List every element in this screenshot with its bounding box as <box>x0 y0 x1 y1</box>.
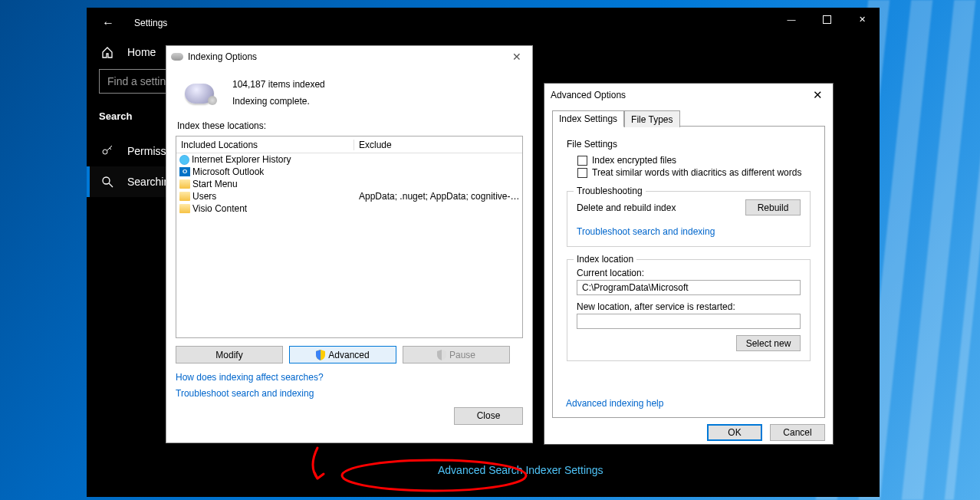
svg-line-3 <box>109 183 113 187</box>
modify-button[interactable]: Modify <box>176 346 283 363</box>
col-exclude[interactable]: Exclude <box>354 140 522 150</box>
location-name: Internet Explorer History <box>192 154 291 165</box>
folder-icon <box>179 179 190 189</box>
settings-titlebar: ← Settings — ✕ <box>87 8 880 38</box>
location-name: Visio Content <box>192 203 247 214</box>
indexing-titlebar[interactable]: Indexing Options ✕ <box>166 46 532 67</box>
advanced-options-dialog: Advanced Options ✕ Index Settings File T… <box>544 83 834 445</box>
delete-rebuild-label: Delete and rebuild index <box>577 202 676 213</box>
tab-file-types[interactable]: File Types <box>624 110 679 127</box>
troubleshoot-search-link[interactable]: Troubleshoot search and indexing <box>577 226 715 237</box>
folder-icon <box>179 204 190 213</box>
tab-strip: Index Settings File Types <box>552 110 825 127</box>
location-row[interactable]: OMicrosoft Outlook <box>176 166 522 178</box>
permissions-icon <box>101 145 113 157</box>
location-name: Microsoft Outlook <box>192 166 264 177</box>
folder-icon <box>179 192 190 201</box>
svg-point-2 <box>103 177 110 184</box>
advanced-button[interactable]: Advanced <box>289 346 396 363</box>
home-icon <box>101 46 113 58</box>
ok-button[interactable]: OK <box>707 424 762 441</box>
advanced-titlebar[interactable]: Advanced Options ✕ <box>544 84 833 107</box>
location-row[interactable]: Internet Explorer History <box>176 153 522 166</box>
exclude-value: AppData; .nuget; AppData; cognitive-serv… <box>354 191 522 202</box>
troubleshooting-group: Troubleshooting Delete and rebuild index… <box>567 191 811 247</box>
close-button[interactable]: Close <box>454 407 523 425</box>
location-row[interactable]: Start Menu <box>176 178 522 190</box>
svg-point-1 <box>103 150 107 154</box>
encrypted-label: Index encrypted files <box>592 155 676 166</box>
tab-index-settings[interactable]: Index Settings <box>552 110 624 127</box>
troubleshoot-link[interactable]: Troubleshoot search and indexing <box>176 388 314 399</box>
indexing-options-dialog: Indexing Options ✕ 104,187 items indexed… <box>166 45 533 443</box>
location-row[interactable]: Visio Content <box>176 202 522 215</box>
diacritics-label: Treat similar words with diacritics as d… <box>592 167 801 178</box>
shield-icon <box>437 350 446 360</box>
close-button[interactable]: ✕ <box>844 8 880 31</box>
locations-listbox[interactable]: Included Locations Exclude Internet Expl… <box>176 136 523 338</box>
minimize-button[interactable]: — <box>774 8 809 31</box>
pause-button: Pause <box>403 346 510 363</box>
select-new-button[interactable]: Select new <box>736 335 801 351</box>
back-arrow-icon[interactable]: ← <box>102 16 114 30</box>
cancel-button[interactable]: Cancel <box>770 424 825 441</box>
col-included[interactable]: Included Locations <box>176 140 354 150</box>
indexing-close-button[interactable]: ✕ <box>506 51 528 63</box>
window-controls: — ✕ <box>774 8 880 31</box>
new-location-field[interactable] <box>577 314 801 329</box>
settings-title: Settings <box>134 18 167 28</box>
find-placeholder: Find a setting <box>107 75 172 87</box>
indexing-title: Indexing Options <box>188 51 257 62</box>
advanced-indexer-settings-link[interactable]: Advanced Search Indexer Settings <box>438 464 603 476</box>
index-location-group: Index location Current location: C:\Prog… <box>567 259 811 361</box>
rebuild-button[interactable]: Rebuild <box>745 199 801 215</box>
items-indexed-count: 104,187 items indexed <box>232 77 325 94</box>
search-icon <box>101 176 113 188</box>
outlook-icon: O <box>179 167 190 176</box>
ie-icon <box>179 155 189 165</box>
index-location-label: Index location <box>574 254 636 265</box>
shield-icon <box>316 350 325 360</box>
encrypted-checkbox[interactable] <box>577 156 587 166</box>
indexing-status: Indexing complete. <box>232 94 325 110</box>
index-settings-panel: File Settings Index encrypted files Trea… <box>552 127 825 418</box>
location-name: Start Menu <box>192 179 238 189</box>
svg-rect-0 <box>823 15 830 23</box>
indexing-help-link[interactable]: How does indexing affect searches? <box>176 372 324 383</box>
home-label: Home <box>127 46 156 58</box>
indexer-big-icon <box>185 84 214 104</box>
advanced-indexing-help-link[interactable]: Advanced indexing help <box>566 398 663 409</box>
maximize-button[interactable] <box>809 8 844 31</box>
troubleshooting-label: Troubleshooting <box>574 186 646 196</box>
index-locations-label: Index these locations: <box>166 119 532 136</box>
diacritics-checkbox[interactable] <box>577 168 587 178</box>
current-location-field[interactable]: C:\ProgramData\Microsoft <box>577 280 801 295</box>
advanced-close-button[interactable]: ✕ <box>808 88 827 102</box>
current-location-label: Current location: <box>577 268 801 278</box>
file-settings-label: File Settings <box>567 139 811 150</box>
indexing-icon <box>171 53 183 61</box>
advanced-title: Advanced Options <box>551 90 626 100</box>
location-row[interactable]: UsersAppData; .nuget; AppData; cognitive… <box>176 190 522 202</box>
location-name: Users <box>192 191 216 202</box>
new-location-label: New location, after service is restarted… <box>577 301 801 312</box>
